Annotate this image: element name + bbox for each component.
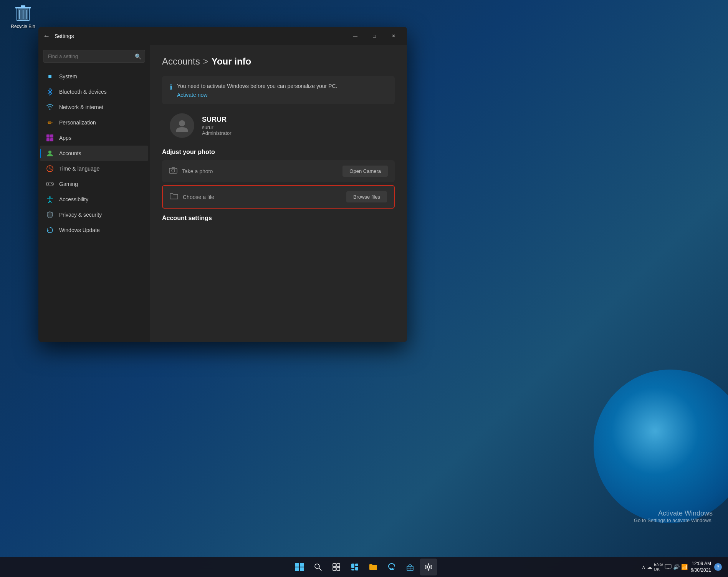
sys-tray-icons: ∧ ☁ ENGUK 🔊 📶 — [642, 562, 688, 572]
sidebar-item-label-bluetooth: Bluetooth & devices — [59, 89, 107, 95]
personalization-icon: ✏ — [46, 119, 54, 126]
volume-icon[interactable]: 🔊 — [673, 564, 680, 570]
sidebar-item-accessibility[interactable]: Accessibility — [40, 192, 148, 207]
sidebar-item-bluetooth[interactable]: Bluetooth & devices — [40, 84, 148, 99]
sidebar-item-label-accessibility: Accessibility — [59, 196, 88, 202]
clock-date: 6/30/2021 — [691, 567, 711, 574]
take-photo-option: Take a photo Open Camera — [162, 160, 395, 182]
info-content: You need to activate Windows before you … — [177, 82, 337, 98]
svg-rect-33 — [337, 567, 340, 570]
svg-point-21 — [179, 120, 185, 126]
user-profile: SURUR surur Administrator — [162, 113, 395, 138]
sidebar-item-label-personalization: Personalization — [59, 119, 96, 126]
lang-icon[interactable]: ENGUK — [654, 562, 663, 572]
window-body: 🔍 ■ System Bluetooth & devices — [38, 45, 407, 342]
close-button[interactable]: ✕ — [385, 30, 402, 42]
title-bar: ← Settings — □ ✕ — [38, 27, 407, 45]
svg-rect-8 — [50, 134, 53, 138]
system-icon: ■ — [46, 73, 54, 80]
recycle-bin-icon[interactable]: Recycle Bin — [8, 4, 38, 29]
open-camera-button[interactable]: Open Camera — [342, 166, 388, 177]
sidebar-item-accounts[interactable]: Accounts — [40, 146, 148, 161]
taskbar-right: ∧ ☁ ENGUK 🔊 📶 12:09 AM 6/30/2021 ? — [642, 560, 722, 574]
user-name: SURUR — [202, 116, 232, 124]
sidebar-item-update[interactable]: Windows Update — [40, 222, 148, 238]
clock-area[interactable]: 12:09 AM 6/30/2021 — [691, 560, 711, 574]
recycle-bin-graphic — [14, 4, 32, 22]
user-role: Administrator — [202, 130, 232, 136]
sidebar-item-personalization[interactable]: ✏ Personalization — [40, 115, 148, 130]
info-icon: ℹ — [170, 83, 172, 91]
search-box: 🔍 — [43, 50, 145, 63]
minimize-button[interactable]: — — [346, 30, 364, 42]
network-tray-icon[interactable]: 📶 — [681, 564, 688, 570]
sidebar-item-time[interactable]: Time & language — [40, 161, 148, 176]
camera-icon — [169, 167, 177, 176]
edge-button[interactable] — [383, 559, 400, 575]
sidebar-item-gaming[interactable]: Gaming — [40, 176, 148, 192]
sidebar-item-label-privacy: Privacy & security — [59, 212, 102, 218]
search-icon: 🔍 — [135, 53, 141, 60]
file-explorer-button[interactable] — [365, 559, 382, 575]
sidebar-item-label-system: System — [59, 73, 77, 80]
choose-file-label: Choose a file — [183, 194, 214, 200]
widgets-button[interactable] — [346, 559, 363, 575]
svg-line-14 — [50, 169, 51, 169]
title-bar-left: ← Settings — [43, 32, 74, 40]
sidebar-item-apps[interactable]: Apps — [40, 130, 148, 146]
desktop: Recycle Bin ← Settings — □ ✕ 🔍 — [0, 0, 728, 554]
task-view-button[interactable] — [328, 559, 345, 575]
svg-rect-42 — [665, 564, 671, 568]
settings-window: ← Settings — □ ✕ 🔍 ■ System — [38, 27, 407, 342]
start-button[interactable] — [291, 559, 308, 575]
adjust-photo-title: Adjust your photo — [162, 149, 395, 156]
svg-line-29 — [319, 568, 321, 570]
svg-rect-27 — [300, 567, 304, 571]
sidebar-item-label-accounts: Accounts — [59, 150, 81, 156]
main-content: Accounts > Your info ℹ You need to activ… — [150, 45, 407, 342]
back-button[interactable]: ← — [43, 32, 50, 40]
svg-point-41 — [427, 566, 430, 568]
account-settings-title: Account settings — [162, 215, 395, 222]
clock-time: 12:09 AM — [692, 560, 711, 567]
svg-rect-1 — [15, 7, 31, 8]
settings-taskbar-button[interactable] — [420, 559, 437, 575]
page-header: Accounts > Your info — [162, 56, 395, 67]
user-username: surur — [202, 124, 232, 130]
breadcrumb-separator: > — [203, 56, 208, 67]
breadcrumb-current: Your info — [212, 56, 251, 67]
svg-rect-37 — [351, 569, 354, 570]
chevron-up-icon[interactable]: ∧ — [642, 564, 645, 570]
activate-link[interactable]: Activate now — [177, 92, 337, 98]
apps-icon — [46, 134, 54, 142]
svg-rect-32 — [333, 567, 336, 570]
help-badge[interactable]: ? — [714, 563, 722, 571]
search-input[interactable] — [43, 50, 145, 63]
info-banner: ℹ You need to activate Windows before yo… — [162, 76, 395, 104]
user-avatar — [170, 113, 194, 138]
bluetooth-icon — [46, 88, 54, 96]
store-button[interactable] — [402, 559, 419, 575]
sidebar-item-privacy[interactable]: Privacy & security — [40, 207, 148, 222]
choose-file-option: Choose a file Browse files — [162, 185, 395, 209]
svg-rect-25 — [300, 563, 304, 567]
decoration-orb — [594, 370, 728, 523]
sidebar-item-network[interactable]: Network & internet — [40, 99, 148, 115]
sidebar-item-system[interactable]: ■ System — [40, 69, 148, 84]
taskbar-search-button[interactable] — [309, 559, 326, 575]
sidebar-item-label-update: Windows Update — [59, 227, 100, 233]
browse-files-button[interactable]: Browse files — [346, 191, 387, 202]
maximize-button[interactable]: □ — [366, 30, 383, 42]
taskbar-center — [291, 559, 437, 575]
sidebar-item-label-apps: Apps — [59, 135, 71, 141]
svg-point-6 — [50, 109, 51, 110]
sidebar-item-label-gaming: Gaming — [59, 181, 78, 187]
svg-rect-15 — [46, 182, 53, 186]
svg-point-18 — [51, 183, 52, 184]
sidebar-item-label-time: Time & language — [59, 166, 99, 172]
update-icon — [46, 226, 54, 234]
svg-rect-7 — [46, 134, 50, 138]
take-photo-label: Take a photo — [182, 168, 213, 174]
recycle-bin-label: Recycle Bin — [11, 24, 35, 29]
window-controls: — □ ✕ — [346, 30, 402, 42]
